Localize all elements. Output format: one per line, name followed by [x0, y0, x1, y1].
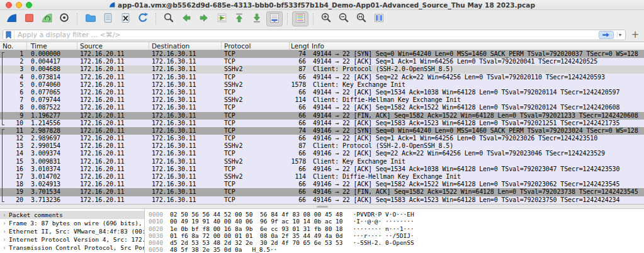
previous-packet-button[interactable]	[178, 11, 195, 26]
colorize-button[interactable]	[292, 11, 308, 26]
packet-row[interactable]: 91.196277172.16.20.11172.16.30.11TCP6649…	[0, 112, 644, 120]
zoom-reset-button[interactable]	[353, 11, 370, 26]
packet-row[interactable]: 183.024913172.16.20.11172.16.30.11TCP664…	[0, 181, 644, 188]
packet-row[interactable]: 30.004688172.16.20.11172.16.30.11SSHv287…	[0, 65, 644, 73]
last-packet-button[interactable]	[249, 11, 265, 26]
detail-tree-item[interactable]: ›Ethernet II, Src: VMware_84:4f:83 (00:5	[0, 227, 144, 235]
cell-protocol: SSHv2	[222, 65, 290, 73]
hex-row[interactable]: 000002 50 56 56 44 52 00 50 56 84 4f 83 …	[149, 211, 644, 218]
cell-destination: 172.16.30.11	[149, 65, 222, 73]
start-capture-button[interactable]	[3, 11, 20, 26]
find-packet-button[interactable]	[161, 11, 177, 26]
save-file-button[interactable]	[99, 11, 116, 26]
zoom-in-icon	[320, 12, 332, 26]
packet-row[interactable]: 10.000000172.16.20.11172.16.30.11TCP7449…	[0, 50, 644, 58]
packet-row[interactable]: 193.701534172.16.20.11172.16.30.11TCP664…	[0, 188, 644, 196]
cell-protocol: TCP	[222, 166, 290, 173]
auto-scroll-button[interactable]	[266, 11, 283, 26]
maximize-window-button[interactable]	[26, 2, 32, 8]
zoom-out-button[interactable]	[336, 11, 352, 26]
stop-capture-button[interactable]	[21, 11, 37, 26]
cell-protocol: SSHv2	[222, 96, 290, 104]
packet-row[interactable]: 203.713236172.16.20.11172.16.30.11TCP664…	[0, 196, 644, 204]
column-header-info[interactable]: Info	[309, 42, 644, 50]
capture-options-button[interactable]	[56, 11, 72, 26]
packet-row[interactable]: 20.004417172.16.20.11172.16.30.11TCP6649…	[0, 58, 644, 65]
cell-source: 172.16.20.11	[77, 58, 149, 65]
packet-row[interactable]: 153.009831172.16.20.11172.16.30.11SSHv21…	[0, 158, 644, 166]
splitter-handle[interactable]	[317, 206, 328, 208]
cell-source: 172.16.20.11	[77, 112, 149, 120]
close-window-button[interactable]	[6, 2, 12, 8]
cell-source: 172.16.20.11	[77, 89, 149, 96]
conversation-bracket	[2, 96, 4, 104]
packet-row[interactable]: 112.987828172.16.20.11172.16.30.11TCP744…	[0, 127, 644, 135]
hex-row[interactable]: 005048 5f 38 2e 35 0d 0aH_8.5··	[149, 246, 644, 253]
arrow-right-icon	[198, 13, 210, 26]
cell-source: 172.16.20.11	[77, 50, 149, 58]
packet-row[interactable]: 80.087522172.16.20.11172.16.30.11TCP6649…	[0, 104, 644, 111]
apply-filter-button[interactable]	[599, 31, 614, 39]
column-header-destination[interactable]: Destination	[149, 42, 222, 50]
column-header-time[interactable]: Time	[27, 42, 77, 50]
packet-row[interactable]: 40.073814172.16.20.11172.16.30.11TCP6649…	[0, 74, 644, 81]
detail-tree-item[interactable]: ›Packet comments	[0, 211, 144, 219]
packet-row[interactable]: 173.014702172.16.20.11172.16.30.11SSHv21…	[0, 173, 644, 181]
hex-row[interactable]: 001000 49 19 91 40 00 40 06 96 9f ac 10 …	[149, 218, 644, 225]
cell-destination: 172.16.30.11	[149, 81, 222, 89]
cell-protocol: TCP	[222, 188, 290, 196]
packet-row[interactable]: 132.990154172.16.20.11172.16.30.11SSHv28…	[0, 142, 644, 150]
cell-time: 2.990154	[27, 142, 77, 150]
detail-tree-item[interactable]: ›Transmission Control Protocol, Src Port	[0, 244, 144, 252]
resize-columns-button[interactable]	[371, 11, 387, 26]
hex-row[interactable]: 003001 f6 8a 72 00 00 01 01 08 0a 2f 35 …	[149, 232, 644, 239]
open-file-button[interactable]	[82, 11, 98, 26]
packet-row[interactable]: 122.989697172.16.20.11172.16.30.11TCP664…	[0, 135, 644, 142]
first-packet-button[interactable]	[231, 11, 247, 26]
packet-row[interactable]: 50.074060172.16.20.11172.16.30.11SSHv215…	[0, 81, 644, 89]
minimize-window-button[interactable]	[16, 2, 22, 8]
cell-destination: 172.16.30.11	[149, 58, 222, 65]
zoom-in-button[interactable]	[318, 11, 334, 26]
restart-capture-button[interactable]	[38, 11, 55, 26]
hex-row[interactable]: 00201e 0b bf f8 00 16 8a 9b 6e cc 93 01 …	[149, 225, 644, 232]
conversation-bracket	[2, 52, 4, 58]
cell-no: 16	[0, 166, 27, 173]
cell-time: 1.214556	[27, 120, 77, 127]
filter-dropdown-caret-icon[interactable]: ▾	[617, 32, 623, 38]
column-header-protocol[interactable]: Protocol	[222, 42, 290, 50]
display-filter-input[interactable]: Apply a display filter ... <⌘/> ▾	[3, 30, 626, 40]
close-file-button[interactable]	[117, 11, 133, 26]
cell-no: 8	[0, 104, 27, 111]
cell-source: 172.16.20.11	[77, 127, 149, 135]
cell-destination: 172.16.30.11	[149, 127, 222, 135]
cell-source: 172.16.20.11	[77, 74, 149, 81]
cell-length: 66	[290, 74, 309, 81]
cell-destination: 172.16.30.11	[149, 74, 222, 81]
packet-row[interactable]: 101.214556172.16.20.11172.16.30.11TCP664…	[0, 120, 644, 127]
cell-protocol: SSHv2	[222, 158, 290, 166]
column-header-source[interactable]: Source	[77, 42, 149, 50]
column-header-length[interactable]: Length	[290, 42, 309, 50]
column-header-no[interactable]: No.	[0, 42, 27, 50]
packet-row[interactable]: 163.010374172.16.20.11172.16.30.11TCP664…	[0, 166, 644, 173]
reload-file-button[interactable]	[135, 11, 151, 26]
detail-tree-item[interactable]: ›Frame 3: 87 bytes on wire (696 bits), 8	[0, 219, 144, 227]
add-filter-button[interactable]: +	[630, 30, 640, 40]
cell-no: 7	[0, 96, 27, 104]
cell-no: 17	[0, 173, 27, 181]
next-packet-button[interactable]	[196, 11, 212, 26]
cell-length: 66	[290, 135, 309, 142]
cell-time: 2.989697	[27, 135, 77, 142]
detail-tree-item[interactable]: ›Internet Protocol Version 4, Src: 172.1	[0, 235, 144, 244]
pane-splitter[interactable]	[0, 204, 644, 209]
packet-row[interactable]: 60.077065172.16.20.11172.16.30.11TCP6649…	[0, 89, 644, 96]
packet-row[interactable]: 70.079744172.16.20.11172.16.30.11SSHv211…	[0, 96, 644, 104]
hex-row[interactable]: 0040d5 2d 53 53 48 2d 32 2e 30 2d 4f 70 …	[149, 239, 644, 246]
packet-row[interactable]: 143.009374172.16.20.11172.16.30.11TCP664…	[0, 150, 644, 157]
filter-bookmark-icon[interactable]	[5, 31, 14, 39]
cell-source: 172.16.20.11	[77, 173, 149, 181]
goto-packet-button[interactable]	[213, 11, 230, 26]
cell-info: Client: Diffie-Hellman Key Exchange Init	[309, 96, 644, 104]
cell-length: 87	[290, 142, 309, 150]
